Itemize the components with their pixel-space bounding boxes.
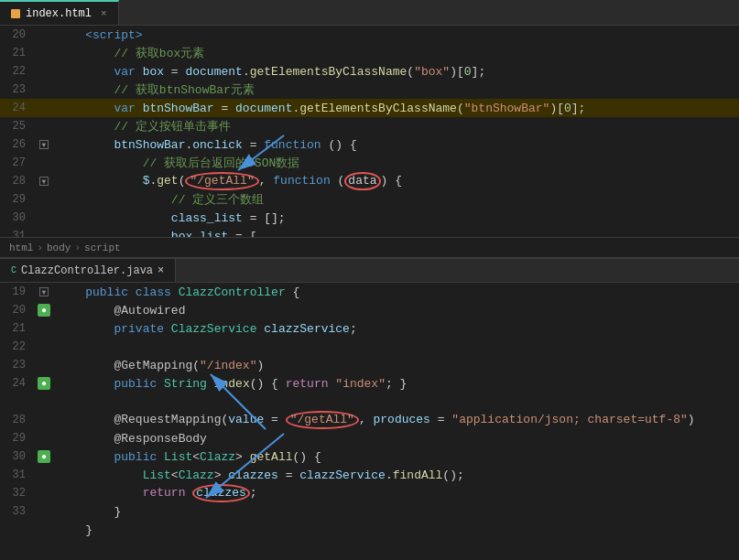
line-num-b21: 21 [0, 322, 35, 335]
line-content-22: var box = document.getElementsByClassNam… [53, 65, 739, 79]
line-content-b33: } [53, 505, 739, 519]
line-num-21: 21 [0, 47, 35, 59]
line-content-b28: @RequestMapping(value = "/getAll", produ… [53, 411, 739, 429]
code-line-29: 29 // 定义三个数组 [0, 190, 739, 209]
top-editor: 20 <script> 21 // 获取box元素 22 var box = d… [0, 26, 739, 259]
code-line-b29: 29 @ResponseBody [0, 429, 739, 447]
line-num-b30: 30 [0, 450, 35, 463]
line-num-31: 31 [0, 230, 35, 237]
code-line-b23: 23 @GetMapping("/index") [0, 356, 739, 374]
line-content-31: box_list = [... [53, 230, 739, 238]
line-num-23: 23 [0, 83, 35, 96]
line-content-b24: public String index() { return "index"; … [53, 377, 739, 391]
code-line-b21: 21 private ClazzService clazzService; [0, 319, 739, 338]
line-num-b32: 32 [0, 487, 35, 500]
tab-clazz-controller[interactable]: C ClazzController.java × [0, 259, 176, 282]
line-content-b34: } [53, 523, 739, 537]
code-line-28: 28 ▼ $.get("/getAll", function (data) { [0, 172, 739, 190]
line-content-b31: List<Clazz> clazzes = clazzService.findA… [53, 468, 739, 482]
breadcrumb-script: script [84, 242, 121, 253]
code-line-b34: } [0, 521, 739, 539]
breadcrumb-body: body [47, 242, 71, 253]
line-content-27: // 获取后台返回的JSON数据 [53, 155, 739, 171]
code-line-27: 27 // 获取后台返回的JSON数据 [0, 154, 739, 172]
code-line-31: 31 box_list = [... [0, 227, 739, 237]
breadcrumb-html: html [9, 242, 33, 253]
line-content-29: // 定义三个数组 [53, 191, 739, 208]
line-content-25: // 定义按钮单击事件 [53, 118, 739, 135]
line-num-20: 20 [0, 28, 35, 41]
bottom-tab-bar: C ClazzController.java × [0, 259, 739, 283]
line-content-b29: @ResponseBody [53, 432, 739, 446]
tab-label-controller: ClazzController.java [21, 264, 153, 277]
code-lines-bottom: 19 ▼ public class ClazzController { 20 ●… [0, 283, 739, 560]
line-num-b23: 23 [0, 359, 35, 372]
code-line-b19: 19 ▼ public class ClazzController { [0, 283, 739, 301]
line-content-b32: return clazzes; [53, 484, 739, 502]
fold-icon-26[interactable]: ▼ [39, 140, 49, 149]
line-content-b22 [53, 340, 739, 354]
top-tab-bar: index.html × [0, 0, 739, 26]
code-line-b31: 31 List<Clazz> clazzes = clazzService.fi… [0, 466, 739, 484]
code-line-25: 25 // 定义按钮单击事件 [0, 117, 739, 135]
close-tab-bottom[interactable]: × [158, 264, 164, 277]
code-line-b24: 24 ● public String index() { return "ind… [0, 374, 739, 393]
close-tab-top[interactable]: × [101, 8, 107, 19]
gutter-b24: ● [35, 377, 53, 390]
line-content-20: <script> [53, 28, 739, 42]
tab-label-index: index.html [26, 7, 92, 20]
line-num-27: 27 [0, 156, 35, 169]
line-content-b30: public List<Clazz> getAll() { [53, 450, 739, 464]
line-num-b29: 29 [0, 432, 35, 445]
line-num-30: 30 [0, 211, 35, 224]
line-content-b21: private ClazzService clazzService; [53, 322, 739, 336]
breadcrumb-sep-2: › [74, 242, 81, 253]
gutter-b20: ● [35, 304, 53, 317]
line-content-21: // 获取box元素 [53, 45, 739, 61]
gutter-28: ▼ [35, 177, 53, 186]
line-content-30: class_list = []; [53, 211, 739, 225]
breadcrumb-sep-1: › [37, 242, 43, 253]
line-num-25: 25 [0, 120, 35, 133]
java-file-icon: C [11, 265, 16, 275]
code-line-b32: 32 return clazzes; [0, 484, 739, 502]
code-line-20: 20 <script> [0, 26, 739, 44]
code-line-24: 24 var btnShowBar = document.getElements… [0, 99, 739, 117]
line-num-b28: 28 [0, 414, 35, 426]
gutter-green-b20: ● [38, 304, 50, 317]
code-line-b30: 30 ● public List<Clazz> getAll() { [0, 447, 739, 466]
line-num-26: 26 [0, 138, 35, 151]
code-line-23: 23 // 获取btnShowBar元素 [0, 81, 739, 99]
tab-index-html[interactable]: index.html × [0, 0, 119, 25]
line-num-b22: 22 [0, 340, 35, 353]
html-file-icon [11, 9, 20, 18]
code-line-b25 [0, 393, 739, 411]
code-line-b33: 33 } [0, 502, 739, 521]
line-content-b19: public class ClazzController { [53, 285, 739, 299]
line-num-28: 28 [0, 175, 35, 188]
line-num-24: 24 [0, 102, 35, 114]
gutter-b30: ● [35, 450, 53, 463]
line-content-b23: @GetMapping("/index") [53, 359, 739, 372]
code-line-b22: 22 [0, 338, 739, 356]
line-content-28: $.get("/getAll", function (data) { [53, 172, 739, 190]
gutter-green-b30: ● [38, 450, 50, 463]
line-content-b20: @Autowired [53, 304, 739, 318]
line-content-23: // 获取btnShowBar元素 [53, 81, 739, 98]
code-line-30: 30 class_list = []; [0, 209, 739, 227]
breadcrumb: html › body › script [0, 237, 739, 257]
code-line-b20: 20 ● @Autowired [0, 301, 739, 319]
line-num-b24: 24 [0, 377, 35, 390]
gutter-b19: ▼ [35, 287, 53, 296]
line-num-b20: 20 [0, 304, 35, 317]
code-line-21: 21 // 获取box元素 [0, 44, 739, 62]
fold-icon-b19[interactable]: ▼ [39, 287, 49, 296]
line-content-24: var btnShowBar = document.getElementsByC… [53, 102, 739, 115]
line-num-b19: 19 [0, 285, 35, 298]
line-num-b33: 33 [0, 505, 35, 518]
line-num-b31: 31 [0, 468, 35, 481]
code-line-26: 26 ▼ btnShowBar.onclick = function () { [0, 135, 739, 154]
code-lines-top: 20 <script> 21 // 获取box元素 22 var box = d… [0, 26, 739, 237]
line-num-29: 29 [0, 193, 35, 206]
fold-icon-28[interactable]: ▼ [39, 177, 49, 186]
